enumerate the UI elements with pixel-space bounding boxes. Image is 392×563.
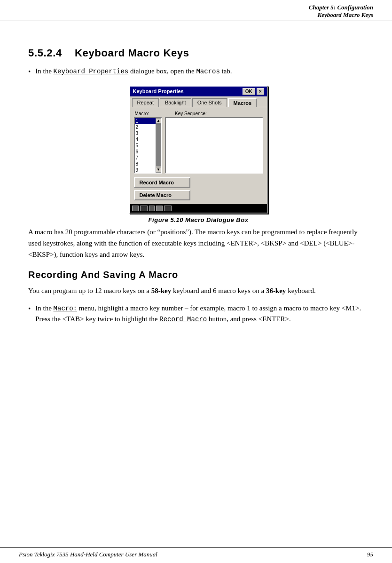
- dialog-body: Macro: Key Sequence: 1 2 3 4 5 6: [130, 107, 267, 204]
- figure-caption: Figure 5.10 Macro Dialogue Box: [149, 216, 249, 223]
- tab-macros[interactable]: Macros: [228, 98, 257, 107]
- section-heading: 5.5.2.4 Keyboard Macro Keys: [28, 47, 368, 59]
- section-text: Keyboard Macro Keys: [318, 11, 373, 18]
- dialog-tabs: Repeat Backlight One Shots Macros: [130, 96, 267, 107]
- footer-left: Psion Teklogix 7535 Hand-Held Computer U…: [19, 551, 157, 558]
- bullet-2: • In the Macro: menu, highlight a macro …: [28, 303, 368, 325]
- scroll-up-arrow[interactable]: ▲: [156, 118, 161, 124]
- macro-top-labels: Macro: Key Sequence:: [134, 111, 263, 116]
- macro-col-label: Macro:: [135, 111, 149, 116]
- page-header: Chapter 5: Configuration Keyboard Macro …: [0, 0, 392, 21]
- bullet-2-symbol: •: [28, 303, 31, 325]
- section-title: Keyboard Macro Keys: [19, 11, 373, 19]
- titlebar-buttons: OK ×: [243, 88, 264, 95]
- macro-scrollbar[interactable]: ▲ ▼: [156, 118, 161, 173]
- intro-bullet: • In the Keyboard Properties dialogue bo…: [28, 66, 368, 77]
- dialog-titlebar: Keyboard Properties OK ×: [130, 87, 267, 96]
- dialog-ok-button[interactable]: OK: [243, 88, 255, 95]
- scroll-down-arrow[interactable]: ▼: [156, 167, 161, 173]
- bullet-symbol: •: [28, 66, 31, 77]
- keyseq-col-label: Key Sequence:: [175, 111, 207, 116]
- bullet-2-text: In the Macro: menu, highlight a macro ke…: [35, 303, 368, 325]
- macro-area: 1 2 3 4 5 6 7 8 9 ▲: [134, 117, 263, 174]
- record-macro-button[interactable]: Record Macro: [134, 177, 190, 188]
- page-footer: Psion Teklogix 7535 Hand-Held Computer U…: [0, 547, 392, 558]
- tab-backlight[interactable]: Backlight: [160, 98, 191, 107]
- tab-repeat[interactable]: Repeat: [132, 98, 159, 107]
- status-icon-1: [132, 206, 139, 211]
- dialog-title: Keyboard Properties: [133, 88, 184, 94]
- tab-oneshots[interactable]: One Shots: [192, 98, 227, 107]
- chapter-title: Chapter 5: Configuration: [19, 4, 373, 11]
- delete-macro-button[interactable]: Delete Macro: [134, 190, 190, 200]
- status-icon-3: [149, 206, 155, 211]
- macro-buttons: Record Macro Delete Macro: [134, 177, 263, 200]
- dialog-container: Keyboard Properties OK × Repeat Backligh…: [28, 86, 368, 223]
- status-icon-4: [156, 206, 163, 211]
- macro-list-box[interactable]: 1 2 3 4 5 6 7 8 9 ▲: [134, 117, 162, 174]
- intro-text: In the Keyboard Properties dialogue box,…: [35, 66, 232, 77]
- footer-right: 95: [367, 551, 373, 558]
- subheading: Recording And Saving A Macro: [28, 270, 368, 280]
- main-content: 5.5.2.4 Keyboard Macro Keys • In the Key…: [0, 19, 392, 361]
- dialog-close-button[interactable]: ×: [257, 88, 264, 95]
- body-para-2: You can program up to 12 macro keys on a…: [28, 285, 368, 296]
- scroll-thumb: [156, 124, 161, 167]
- body-para-1: A macro has 20 programmable characters (…: [28, 226, 368, 260]
- dialog-statusbar: [130, 204, 267, 213]
- key-sequence-box[interactable]: [165, 117, 263, 174]
- status-icon-2: [140, 206, 148, 211]
- dialog-window: Keyboard Properties OK × Repeat Backligh…: [129, 86, 268, 214]
- status-icon-5: [164, 206, 172, 211]
- chapter-text: Chapter 5: Configuration: [309, 4, 373, 11]
